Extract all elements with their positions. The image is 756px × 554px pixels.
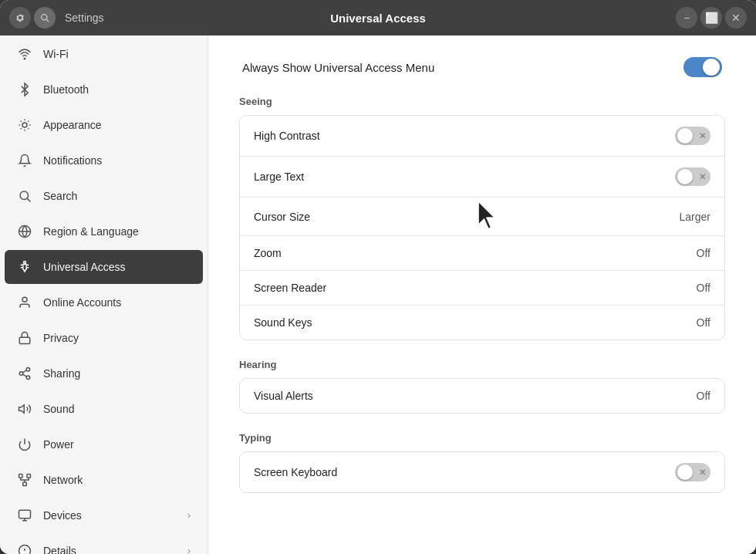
sidebar-label-details: Details bbox=[43, 545, 76, 554]
sidebar-item-details[interactable]: Details › bbox=[5, 534, 203, 554]
large-text-row[interactable]: Large Text ✕ bbox=[240, 157, 724, 198]
sidebar-label-appearance: Appearance bbox=[43, 119, 102, 131]
settings-icon-button[interactable] bbox=[9, 7, 31, 29]
sidebar-item-bluetooth[interactable]: Bluetooth bbox=[5, 73, 203, 106]
hearing-section-header: Hearing bbox=[239, 359, 725, 370]
titlebar: Settings Universal Access − ⬜ ✕ bbox=[0, 0, 756, 35]
privacy-icon bbox=[17, 330, 32, 346]
maximize-button[interactable]: ⬜ bbox=[700, 7, 722, 29]
sidebar-item-notifications[interactable]: Notifications bbox=[5, 144, 203, 177]
sidebar-label-region: Region & Language bbox=[43, 225, 139, 238]
sidebar-label-power: Power bbox=[43, 438, 74, 451]
screen-reader-label: Screen Reader bbox=[254, 282, 326, 294]
svg-point-12 bbox=[19, 372, 23, 376]
visual-alerts-row[interactable]: Visual Alerts Off bbox=[240, 379, 724, 413]
main-layout: Wi-Fi Bluetooth Appearance bbox=[0, 35, 756, 554]
svg-point-3 bbox=[22, 123, 27, 127]
always-show-menu-row: Always Show Universal Access Menu bbox=[239, 57, 725, 77]
high-contrast-thumb bbox=[677, 128, 693, 144]
region-icon bbox=[17, 224, 32, 239]
notifications-icon bbox=[17, 153, 32, 168]
sidebar-label-privacy: Privacy bbox=[43, 332, 79, 344]
sidebar-label-wifi: Wi-Fi bbox=[43, 48, 69, 60]
sharing-icon bbox=[17, 366, 32, 381]
sidebar-item-online-accounts[interactable]: Online Accounts bbox=[5, 285, 203, 319]
sidebar-item-sharing[interactable]: Sharing bbox=[5, 356, 203, 390]
cursor-size-row[interactable]: Cursor Size Larger bbox=[240, 198, 724, 236]
zoom-label: Zoom bbox=[254, 247, 282, 259]
sidebar-item-appearance[interactable]: Appearance bbox=[5, 108, 203, 142]
screen-reader-row[interactable]: Screen Reader Off bbox=[240, 271, 724, 306]
appearance-icon bbox=[17, 117, 32, 133]
svg-point-0 bbox=[41, 14, 46, 19]
toggle-thumb bbox=[703, 59, 720, 76]
svg-line-1 bbox=[46, 19, 49, 22]
wifi-icon bbox=[17, 46, 32, 62]
app-label: Settings bbox=[65, 12, 104, 24]
sidebar-item-sound[interactable]: Sound bbox=[5, 392, 203, 426]
large-text-toggle[interactable]: ✕ bbox=[675, 167, 710, 186]
always-show-menu-toggle[interactable] bbox=[683, 57, 722, 77]
titlebar-left: Settings bbox=[9, 7, 104, 29]
sidebar-label-sound: Sound bbox=[43, 403, 74, 415]
visual-alerts-value: Off bbox=[697, 390, 710, 402]
search-icon bbox=[17, 188, 32, 204]
minimize-button[interactable]: − bbox=[676, 7, 697, 29]
seeing-section-header: Seeing bbox=[239, 96, 725, 107]
seeing-card: High Contrast ✕ Large Text ✕ Cur bbox=[239, 115, 725, 340]
close-button[interactable]: ✕ bbox=[725, 7, 747, 29]
svg-point-8 bbox=[24, 262, 26, 264]
sidebar-item-privacy[interactable]: Privacy bbox=[5, 321, 203, 355]
sidebar: Wi-Fi Bluetooth Appearance bbox=[0, 35, 208, 554]
cursor-size-value: Larger bbox=[680, 211, 710, 223]
sidebar-item-region[interactable]: Region & Language bbox=[5, 215, 203, 248]
sidebar-item-universal-access[interactable]: Universal Access bbox=[5, 250, 203, 284]
sidebar-label-universal-access: Universal Access bbox=[43, 261, 126, 273]
screen-keyboard-label: Screen Keyboard bbox=[254, 466, 337, 478]
cursor-icon bbox=[474, 200, 501, 231]
zoom-row[interactable]: Zoom Off bbox=[240, 236, 724, 271]
devices-icon bbox=[17, 508, 32, 523]
sidebar-item-network[interactable]: Network bbox=[5, 463, 203, 497]
svg-point-2 bbox=[24, 58, 25, 59]
svg-point-11 bbox=[26, 368, 30, 372]
sound-keys-row[interactable]: Sound Keys Off bbox=[240, 306, 724, 339]
sidebar-label-online-accounts: Online Accounts bbox=[43, 296, 121, 309]
sidebar-item-devices[interactable]: Devices › bbox=[5, 498, 203, 532]
high-contrast-row[interactable]: High Contrast ✕ bbox=[240, 116, 724, 157]
sidebar-item-search[interactable]: Search bbox=[5, 179, 203, 213]
devices-arrow: › bbox=[187, 510, 191, 521]
hearing-card: Visual Alerts Off bbox=[239, 378, 725, 414]
settings-window: Settings Universal Access − ⬜ ✕ Wi-F bbox=[0, 0, 756, 554]
high-contrast-label: High Contrast bbox=[254, 130, 320, 142]
zoom-value: Off bbox=[697, 247, 710, 259]
typing-section-header: Typing bbox=[239, 432, 725, 444]
screen-keyboard-x-icon: ✕ bbox=[699, 468, 706, 478]
sidebar-item-wifi[interactable]: Wi-Fi bbox=[5, 37, 203, 71]
large-text-label: Large Text bbox=[254, 171, 304, 183]
screen-keyboard-toggle[interactable]: ✕ bbox=[675, 463, 710, 481]
screen-keyboard-row[interactable]: Screen Keyboard ✕ bbox=[240, 452, 724, 492]
universal-access-icon bbox=[17, 259, 32, 275]
search-icon-button[interactable] bbox=[34, 7, 56, 29]
svg-line-14 bbox=[22, 374, 26, 377]
svg-marker-27 bbox=[478, 202, 494, 228]
svg-line-15 bbox=[22, 370, 26, 373]
sidebar-label-notifications: Notifications bbox=[43, 154, 102, 167]
sidebar-label-sharing: Sharing bbox=[43, 367, 80, 380]
svg-point-4 bbox=[20, 191, 29, 200]
bluetooth-icon bbox=[17, 82, 32, 97]
titlebar-title: Universal Access bbox=[330, 12, 426, 25]
sidebar-item-power[interactable]: Power bbox=[5, 427, 203, 461]
always-show-menu-label: Always Show Universal Access Menu bbox=[242, 61, 434, 74]
svg-rect-10 bbox=[19, 337, 30, 343]
online-accounts-icon bbox=[17, 295, 32, 310]
sound-keys-label: Sound Keys bbox=[254, 316, 312, 329]
svg-marker-16 bbox=[19, 405, 25, 414]
svg-point-9 bbox=[22, 297, 27, 302]
svg-rect-20 bbox=[23, 482, 27, 486]
svg-rect-19 bbox=[27, 475, 31, 478]
visual-alerts-label: Visual Alerts bbox=[254, 390, 313, 402]
high-contrast-toggle[interactable]: ✕ bbox=[675, 127, 710, 145]
screen-keyboard-thumb bbox=[677, 464, 693, 480]
